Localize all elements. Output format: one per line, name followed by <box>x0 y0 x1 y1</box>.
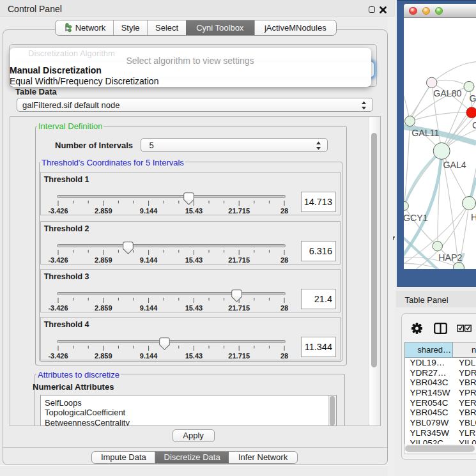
svg-text:C: C <box>472 120 476 130</box>
svg-text:GA: GA <box>469 93 476 103</box>
svg-text:GCY1: GCY1 <box>404 212 428 222</box>
svg-text:H: H <box>471 212 476 222</box>
svg-text:GAL11: GAL11 <box>411 127 439 137</box>
svg-text:GAL80: GAL80 <box>433 88 461 98</box>
svg-text:HAP2: HAP2 <box>438 252 462 263</box>
svg-text:GAL4: GAL4 <box>443 160 466 170</box>
